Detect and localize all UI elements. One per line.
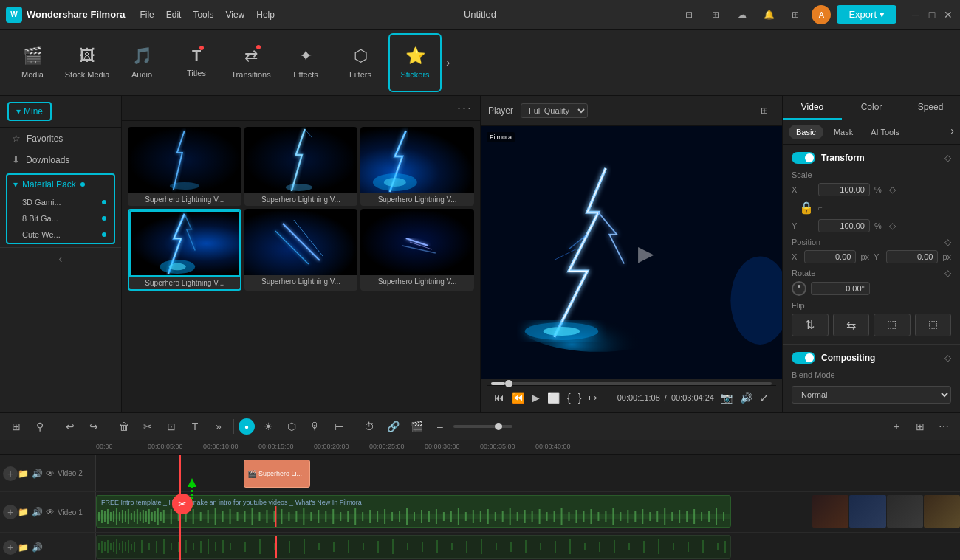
downloads-nav-item[interactable]: ⬇ Downloads: [0, 149, 121, 170]
menu-file[interactable]: File: [140, 10, 154, 20]
subtab-aitools[interactable]: AI Tools: [863, 125, 907, 139]
tool-transitions[interactable]: ⇄ Transitions: [224, 33, 278, 92]
apps-icon[interactable]: ⊞: [785, 4, 806, 25]
flip-btn-4[interactable]: ⬚: [915, 314, 952, 336]
mark-in-btn[interactable]: {: [566, 390, 572, 405]
trim-btn[interactable]: ⊡: [161, 416, 182, 437]
scale-y-diamond[interactable]: ◇: [889, 221, 896, 231]
track-eye-icon-2[interactable]: 👁: [46, 469, 55, 479]
settings-btn[interactable]: ⋯: [933, 416, 954, 437]
speed-btn[interactable]: ⏱: [359, 416, 380, 437]
frame-back-btn[interactable]: ⏪: [510, 390, 526, 405]
favorites-nav-item[interactable]: ☆ Favorites: [0, 128, 121, 149]
skip-back-btn[interactable]: ⏮: [493, 390, 506, 405]
shield-btn[interactable]: ⬡: [281, 416, 302, 437]
grid-btn[interactable]: ⊞: [910, 416, 930, 437]
cut-btn[interactable]: ✂: [137, 416, 158, 437]
tab-color[interactable]: Color: [842, 96, 901, 120]
tool-stickers[interactable]: ⭐ Stickers: [388, 33, 442, 92]
more-edit-btn[interactable]: »: [208, 416, 229, 437]
avatar[interactable]: A: [812, 5, 831, 24]
pos-y-input[interactable]: [886, 250, 938, 263]
link-btn[interactable]: 🔗: [383, 416, 403, 437]
track-file-icon-2[interactable]: 📁: [18, 469, 29, 479]
compositing-expand-icon[interactable]: ◇: [944, 353, 951, 363]
window-close-btn[interactable]: ✕: [942, 9, 954, 21]
track-add-btn-2[interactable]: +: [3, 466, 18, 481]
tool-stock-media[interactable]: 🖼 Stock Media: [61, 33, 114, 92]
lightning-clip[interactable]: 🎬 Superhero Li...: [244, 460, 310, 488]
scale-x-diamond[interactable]: ◇: [889, 184, 896, 195]
collapse-panel-button[interactable]: ‹: [0, 247, 121, 270]
grid-item-2[interactable]: Superhero Lightning V...: [244, 127, 358, 206]
grid-item-6[interactable]: Superhero Lightning V...: [360, 209, 474, 291]
subtab-more-arrow[interactable]: ›: [950, 125, 954, 139]
quality-select[interactable]: Full Quality Half Quality: [521, 103, 588, 118]
more-options-icon[interactable]: ···: [457, 100, 473, 116]
minimize-window-icon[interactable]: ⊟: [679, 4, 699, 25]
rotate-input[interactable]: [811, 282, 870, 295]
track-add-btn-audio[interactable]: +: [3, 540, 18, 555]
grid-item-4[interactable]: Superhero Lightning V...: [128, 209, 241, 291]
flip-btn-3[interactable]: ⬚: [874, 314, 911, 336]
tool-filters[interactable]: ⬡ Filters: [334, 33, 387, 92]
menu-tools[interactable]: Tools: [193, 10, 213, 20]
tool-audio[interactable]: 🎵 Audio: [115, 33, 168, 92]
position-diamond[interactable]: ◇: [944, 237, 951, 247]
transform-toggle[interactable]: [792, 152, 815, 164]
track-file-icon-audio[interactable]: 📁: [18, 542, 29, 553]
minus-btn[interactable]: –: [430, 416, 450, 437]
grid-item-5[interactable]: Superhero Lightning V...: [244, 209, 358, 291]
sub-item-3d[interactable]: 3D Gami...: [7, 194, 114, 210]
tool-media[interactable]: 🎬 Media: [6, 33, 59, 92]
delete-btn[interactable]: 🗑: [114, 416, 134, 437]
tab-speed[interactable]: Speed: [901, 96, 960, 120]
mark-btn[interactable]: ↦: [587, 390, 599, 405]
notification-icon[interactable]: 🔔: [758, 4, 779, 25]
cloud-icon[interactable]: ☁: [732, 4, 752, 25]
snapshot-btn[interactable]: 📷: [719, 390, 734, 405]
clip-btn[interactable]: 🎬: [406, 416, 427, 437]
layout-icon[interactable]: ⊞: [705, 4, 726, 25]
compositing-toggle[interactable]: [792, 352, 815, 364]
menu-view[interactable]: View: [225, 10, 244, 20]
flip-vertical-btn[interactable]: ⇅: [792, 314, 829, 336]
mark-out-btn[interactable]: }: [577, 390, 583, 405]
track-file-icon-1[interactable]: 📁: [18, 507, 29, 517]
tab-video[interactable]: Video: [783, 96, 842, 120]
rotate-circle[interactable]: [792, 281, 806, 296]
undo-btn[interactable]: ↩: [60, 416, 80, 437]
rotate-diamond[interactable]: ◇: [944, 268, 951, 278]
redo-btn[interactable]: ↪: [83, 416, 104, 437]
transform-expand-icon[interactable]: ◇: [944, 153, 951, 163]
material-pack-header[interactable]: ▾ Material Pack: [7, 175, 114, 194]
pos-x-input[interactable]: [804, 250, 856, 263]
play-btn[interactable]: ▶: [530, 390, 541, 405]
sun-btn[interactable]: ☀: [258, 416, 278, 437]
plus-btn[interactable]: +: [886, 416, 907, 437]
flip-horizontal-btn[interactable]: ⇆: [833, 314, 870, 336]
subtab-mask[interactable]: Mask: [826, 125, 860, 139]
toolbar-more-arrow[interactable]: ›: [443, 53, 453, 72]
scale-x-input[interactable]: [818, 183, 870, 196]
sub-item-8bit[interactable]: 8 Bit Ga...: [7, 210, 114, 227]
track-volume-icon-audio[interactable]: 🔊: [32, 542, 43, 553]
subtab-basic[interactable]: Basic: [789, 125, 823, 139]
mine-button[interactable]: ▾ Mine: [7, 102, 52, 121]
window-maximize-btn[interactable]: □: [926, 9, 938, 21]
layout-view-btn[interactable]: ⊞: [6, 416, 27, 437]
volume-btn[interactable]: 🔊: [738, 390, 754, 405]
preview-expand-icon[interactable]: ⊞: [754, 100, 775, 121]
sub-item-cute[interactable]: Cute We...: [7, 227, 114, 243]
magnet-btn[interactable]: ⚲: [30, 416, 50, 437]
window-minimize-btn[interactable]: ─: [910, 9, 922, 21]
tool-effects[interactable]: ✦ Effects: [279, 33, 332, 92]
mic-btn[interactable]: 🎙: [305, 416, 326, 437]
menu-edit[interactable]: Edit: [166, 10, 182, 20]
blend-mode-select[interactable]: Normal Multiply Screen Overlay: [792, 386, 951, 404]
track-eye-icon-1[interactable]: 👁: [46, 507, 55, 517]
split-btn[interactable]: ⊢: [329, 416, 349, 437]
fullscreen-btn[interactable]: ⤢: [758, 390, 770, 405]
text-btn[interactable]: T: [185, 416, 205, 437]
track-volume-icon-2[interactable]: 🔊: [32, 469, 43, 479]
